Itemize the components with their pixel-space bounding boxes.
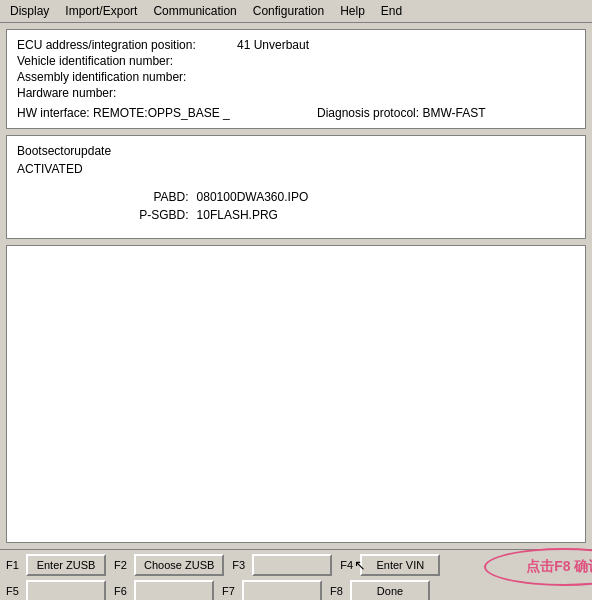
pabd-value: 080100DWA360.IPO (197, 190, 309, 204)
choose-zusb-button[interactable]: Choose ZUSB (134, 554, 224, 576)
button-bar: F1 Enter ZUSB F2 Choose ZUSB F3 点击F8 确认 … (0, 549, 592, 600)
assembly-label: Assembly identification number: (17, 70, 237, 84)
f3-label: F3 (232, 559, 248, 571)
menubar: Display Import/Export Communication Conf… (0, 0, 592, 23)
vin-row: Vehicle identification number: (17, 54, 575, 68)
f7-empty-button (242, 580, 322, 600)
menu-end[interactable]: End (375, 2, 408, 20)
f2-label: F2 (114, 559, 130, 571)
ecu-address-value: 41 Unverbaut (237, 38, 309, 52)
enter-vin-button[interactable]: Enter VIN (360, 554, 440, 576)
menu-import-export[interactable]: Import/Export (59, 2, 143, 20)
f8-label: F8 (330, 585, 346, 597)
ecu-address-label: ECU address/integration position: (17, 38, 237, 52)
hw-interface-label: HW interface: REMOTE:OPPS_BASE _ (17, 106, 317, 120)
f5-empty-button (26, 580, 106, 600)
menu-display[interactable]: Display (4, 2, 55, 20)
boot-details: PABD: 080100DWA360.IPO P-SGBD: 10FLASH.P… (17, 186, 575, 230)
f5-label: F5 (6, 585, 22, 597)
boot-status: ACTIVATED (17, 162, 575, 176)
boot-title: Bootsectorupdate (17, 144, 575, 158)
f6-empty-button (134, 580, 214, 600)
f3-empty-button: 点击F8 确认 (252, 554, 332, 576)
button-row-1: F1 Enter ZUSB F2 Choose ZUSB F3 点击F8 确认 … (6, 554, 586, 576)
menu-help[interactable]: Help (334, 2, 371, 20)
enter-zusb-button[interactable]: Enter ZUSB (26, 554, 106, 576)
hardware-label: Hardware number: (17, 86, 237, 100)
f1-label: F1 (6, 559, 22, 571)
ecu-address-row: ECU address/integration position: 41 Unv… (17, 38, 575, 52)
diagnosis-protocol-label: Diagnosis protocol: BMW-FAST (317, 106, 486, 120)
f7-label: F7 (222, 585, 238, 597)
pabd-row: PABD: 080100DWA360.IPO (129, 190, 464, 204)
done-button[interactable]: Done (350, 580, 430, 600)
pabd-label: PABD: (129, 190, 189, 204)
cursor-icon: ↖ (354, 557, 366, 573)
f4-label: F4 ↖ (340, 559, 356, 571)
hardware-row: Hardware number: (17, 86, 575, 100)
psgbd-label: P-SGBD: (129, 208, 189, 222)
main-content: ECU address/integration position: 41 Unv… (0, 23, 592, 549)
psgbd-value: 10FLASH.PRG (197, 208, 278, 222)
button-row-2: F5 F6 F7 F8 Done (6, 580, 586, 600)
hw-interface-row: HW interface: REMOTE:OPPS_BASE _ Diagnos… (17, 106, 575, 120)
boot-sector-panel: Bootsectorupdate ACTIVATED PABD: 080100D… (6, 135, 586, 239)
assembly-row: Assembly identification number: (17, 70, 575, 84)
ecu-info-panel: ECU address/integration position: 41 Unv… (6, 29, 586, 129)
empty-panel (6, 245, 586, 543)
psgbd-row: P-SGBD: 10FLASH.PRG (129, 208, 464, 222)
vin-label: Vehicle identification number: (17, 54, 237, 68)
annotation-text: 点击F8 确认 (526, 558, 592, 576)
menu-configuration[interactable]: Configuration (247, 2, 330, 20)
f6-label: F6 (114, 585, 130, 597)
menu-communication[interactable]: Communication (147, 2, 242, 20)
